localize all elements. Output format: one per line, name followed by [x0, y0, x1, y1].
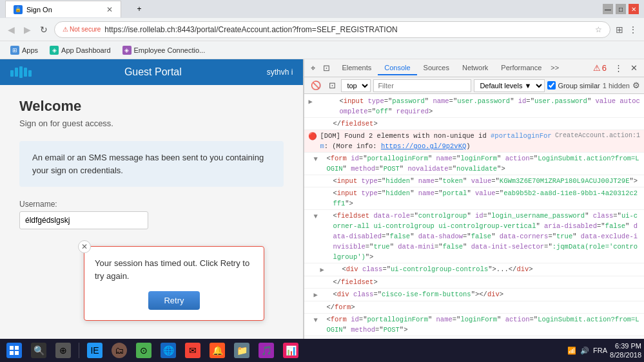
group-similar-checkbox-label[interactable]: Group similar: [547, 81, 600, 90]
filter-input[interactable]: [373, 79, 471, 92]
devtools-settings-button[interactable]: ✕: [628, 62, 640, 74]
app-9-icon: 📊: [283, 343, 298, 358]
start-button[interactable]: [3, 340, 26, 361]
info-box: An email or an SMS message has been sent…: [19, 141, 284, 187]
clear-console-button[interactable]: 🚫: [308, 79, 324, 91]
app-1-icon: IE: [87, 343, 102, 358]
dialog-close-button[interactable]: ✕: [78, 240, 91, 253]
tab-console[interactable]: Console: [378, 61, 416, 75]
taskbar-search[interactable]: 🔍: [27, 340, 50, 361]
collapse-icon[interactable]: ▼: [308, 315, 317, 325]
svg-rect-7: [10, 351, 14, 355]
console-line: </fieldset>: [304, 276, 644, 289]
new-tab-button[interactable]: +: [126, 1, 152, 17]
console-line: ▶ <div class="ui-controlgroup-controls">…: [304, 263, 644, 276]
taskbar-app-7[interactable]: 📁: [230, 340, 253, 361]
expand-icon[interactable]: ▶: [308, 265, 320, 275]
svg-rect-3: [24, 68, 27, 77]
taskbar-cortana[interactable]: ⊕: [52, 340, 75, 361]
context-selector[interactable]: top: [341, 79, 371, 92]
error-icon: 🔴: [308, 131, 317, 142]
taskbar-app-5[interactable]: ✉: [181, 340, 204, 361]
console-line: <input type="hidden" name="portal" value…: [304, 187, 644, 210]
tab-close-button[interactable]: ✕: [106, 5, 113, 14]
portal-user: sythvh i: [267, 68, 293, 77]
taskbar-app-9[interactable]: 📊: [279, 340, 302, 361]
bookmark-app-dashboard-icon: ◈: [50, 46, 59, 55]
retry-button[interactable]: Retry: [148, 291, 199, 310]
preserve-log-button[interactable]: ⊡: [326, 79, 338, 91]
reload-button[interactable]: ↻: [37, 23, 50, 36]
portal-title: Guest Portal: [39, 66, 267, 78]
cisco-logo-svg: [10, 65, 39, 79]
expand-icon[interactable]: ▶: [308, 290, 317, 300]
username-input[interactable]: [19, 211, 148, 229]
collapse-icon[interactable]: ▼: [308, 154, 317, 164]
tab-elements[interactable]: Elements: [335, 61, 378, 75]
bookmark-star-icon[interactable]: ☆: [595, 25, 602, 34]
cisco-logo: [10, 65, 39, 79]
log-level-selector[interactable]: Default levels ▼: [474, 79, 545, 92]
bookmark-app-dashboard[interactable]: ◈ App Dashboard: [44, 44, 115, 57]
back-button[interactable]: ◀: [5, 23, 17, 36]
inspect-element-button[interactable]: ⌖: [308, 62, 318, 75]
console-line: ▼ <form id="portalloginForm" name="login…: [304, 314, 644, 336]
console-line: <input type="hidden" name="token" value=…: [304, 175, 644, 187]
svg-rect-0: [10, 70, 14, 77]
more-tabs-button[interactable]: >>: [548, 61, 561, 75]
browser-tab[interactable]: 🔒 Sign On ✕: [5, 1, 121, 17]
maximize-button[interactable]: □: [616, 4, 626, 14]
device-mode-button[interactable]: ⊡: [320, 62, 333, 74]
tab-favicon: 🔒: [14, 5, 23, 14]
group-similar-checkbox[interactable]: [547, 81, 556, 90]
app-7-icon: 📁: [234, 343, 249, 358]
svg-rect-5: [10, 346, 14, 350]
console-line-error: 🔴 [DOM] Found 2 elements with non-unique…: [304, 130, 644, 153]
console-line: ▶ <input type="password" name="user.pass…: [304, 95, 644, 118]
tab-network[interactable]: Network: [456, 61, 494, 75]
hidden-count-badge: 1 hidden: [603, 82, 630, 90]
console-line: ▼ <form id="portalloginForm" name="login…: [304, 153, 644, 175]
forward-button[interactable]: ▶: [21, 23, 34, 36]
window-controls: — □ ✕: [603, 4, 639, 14]
close-button[interactable]: ✕: [629, 4, 639, 14]
taskbar-app-4[interactable]: 🌐: [157, 340, 180, 361]
tab-title: Sign On: [26, 6, 102, 14]
volume-tray-icon[interactable]: 🔊: [580, 347, 589, 355]
collapse-icon[interactable]: ▼: [308, 211, 317, 222]
network-tray-icon[interactable]: 📶: [567, 347, 576, 355]
minimize-button[interactable]: —: [603, 4, 613, 14]
taskbar-app-6[interactable]: 🔔: [206, 340, 229, 361]
extensions-button[interactable]: ⊞: [614, 23, 625, 36]
app-4-icon: 🌐: [161, 343, 176, 358]
devtools-panel: ⌖ ⊡ Elements Console Sources Network Per…: [304, 59, 644, 343]
portal-header: Guest Portal sythvh i: [0, 59, 303, 85]
url-bar[interactable]: ⚠ Not secure https://ise.rollelab.ch:844…: [54, 21, 610, 38]
console-settings-button[interactable]: ⚙: [632, 81, 640, 90]
console-toolbar: 🚫 ⊡ top Default levels ▼ Group similar 1…: [304, 77, 644, 94]
error-count-button[interactable]: ⚠ 6: [590, 62, 609, 74]
not-secure-indicator: ⚠ Not secure: [63, 26, 101, 33]
console-link[interactable]: https://goo.gl/9p2vKQ: [381, 142, 466, 150]
console-content[interactable]: ▶ <input type="password" name="user.pass…: [304, 94, 644, 343]
taskbar-app-3[interactable]: ⊙: [132, 340, 155, 361]
tab-sources[interactable]: Sources: [417, 61, 456, 75]
system-tray: 📶 🔊 FRA 6:39 PM 8/28/2018: [567, 341, 641, 360]
bookmark-apps[interactable]: ⊞ Apps: [5, 44, 43, 57]
bookmark-employee-connection-icon: ◈: [122, 46, 132, 55]
devtools-more-button[interactable]: ⋮: [612, 62, 625, 74]
taskbar-app-8[interactable]: 🎵: [255, 340, 278, 361]
bookmark-employee-connection[interactable]: ◈ Employee Connectio...: [117, 44, 211, 57]
taskbar-app-1[interactable]: IE: [83, 340, 106, 361]
menu-button[interactable]: ⋮: [627, 23, 639, 36]
language-indicator: FRA: [593, 347, 607, 354]
cortana-icon: ⊕: [55, 343, 71, 358]
taskbar-app-2[interactable]: 🗂: [108, 340, 131, 361]
console-source: CreateAccount.action:1: [555, 131, 640, 141]
expand-icon[interactable]: ▶: [308, 97, 317, 107]
main-content: Guest Portal sythvh i Welcome Sign on fo…: [0, 59, 644, 343]
taskbar: 🔍 ⊕ IE 🗂 ⊙ 🌐 ✉ 🔔 📁 🎵 📊: [0, 339, 644, 362]
tab-performance[interactable]: Performance: [494, 61, 548, 75]
console-line: </form>: [304, 301, 644, 314]
bookmarks-bar: ⊞ Apps ◈ App Dashboard ◈ Employee Connec…: [0, 41, 644, 59]
